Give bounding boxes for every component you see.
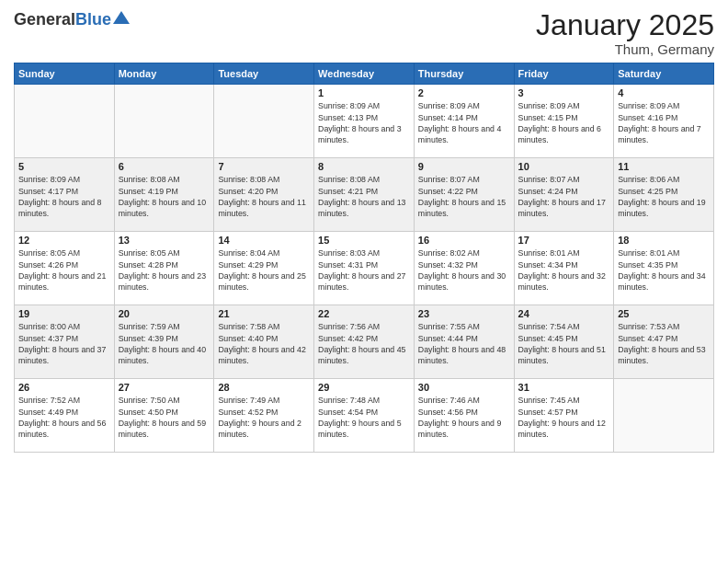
- table-row: 21Sunrise: 7:58 AM Sunset: 4:40 PM Dayli…: [214, 305, 314, 379]
- day-number: 1: [318, 87, 410, 98]
- table-row: 22Sunrise: 7:56 AM Sunset: 4:42 PM Dayli…: [314, 305, 415, 379]
- page: GeneralBlue January 2025 Thum, Germany S…: [0, 0, 728, 563]
- col-saturday: Saturday: [614, 63, 714, 85]
- calendar-table: Sunday Monday Tuesday Wednesday Thursday…: [14, 63, 714, 453]
- day-number: 25: [618, 308, 710, 319]
- day-number: 21: [218, 308, 310, 319]
- table-row: 18Sunrise: 8:01 AM Sunset: 4:35 PM Dayli…: [614, 232, 714, 305]
- day-info: Sunrise: 8:04 AM Sunset: 4:29 PM Dayligh…: [218, 247, 310, 293]
- table-row: 25Sunrise: 7:53 AM Sunset: 4:47 PM Dayli…: [614, 305, 714, 379]
- calendar-header-row: Sunday Monday Tuesday Wednesday Thursday…: [15, 63, 714, 85]
- table-row: 15Sunrise: 8:03 AM Sunset: 4:31 PM Dayli…: [314, 232, 415, 305]
- table-row: 20Sunrise: 7:59 AM Sunset: 4:39 PM Dayli…: [114, 305, 214, 379]
- col-tuesday: Tuesday: [214, 63, 314, 85]
- day-number: 10: [518, 161, 610, 172]
- table-row: 6Sunrise: 8:08 AM Sunset: 4:19 PM Daylig…: [114, 158, 214, 232]
- calendar-row-3: 12Sunrise: 8:05 AM Sunset: 4:26 PM Dayli…: [15, 232, 714, 305]
- logo-icon: [113, 9, 130, 26]
- day-number: 19: [18, 308, 110, 319]
- day-info: Sunrise: 8:03 AM Sunset: 4:31 PM Dayligh…: [318, 247, 410, 293]
- table-row: 19Sunrise: 8:00 AM Sunset: 4:37 PM Dayli…: [15, 305, 115, 379]
- table-row: 13Sunrise: 8:05 AM Sunset: 4:28 PM Dayli…: [114, 232, 214, 305]
- day-info: Sunrise: 8:01 AM Sunset: 4:35 PM Dayligh…: [618, 247, 710, 293]
- table-row: 23Sunrise: 7:55 AM Sunset: 4:44 PM Dayli…: [414, 305, 514, 379]
- header: GeneralBlue January 2025 Thum, Germany: [14, 9, 714, 57]
- day-info: Sunrise: 8:01 AM Sunset: 4:34 PM Dayligh…: [518, 247, 610, 293]
- day-number: 6: [119, 161, 210, 172]
- day-number: 22: [318, 308, 410, 319]
- day-number: 27: [119, 382, 210, 393]
- logo: GeneralBlue: [14, 9, 130, 30]
- day-number: 4: [618, 87, 710, 98]
- table-row: 16Sunrise: 8:02 AM Sunset: 4:32 PM Dayli…: [414, 232, 514, 305]
- day-info: Sunrise: 8:02 AM Sunset: 4:32 PM Dayligh…: [418, 247, 510, 293]
- table-row: 12Sunrise: 8:05 AM Sunset: 4:26 PM Dayli…: [15, 232, 115, 305]
- logo-general-text: General: [14, 10, 75, 29]
- day-number: 2: [418, 87, 510, 98]
- day-info: Sunrise: 7:48 AM Sunset: 4:54 PM Dayligh…: [318, 395, 410, 440]
- day-number: 14: [218, 235, 310, 246]
- calendar-row-2: 5Sunrise: 8:09 AM Sunset: 4:17 PM Daylig…: [15, 158, 714, 232]
- calendar-subtitle: Thum, Germany: [536, 41, 714, 57]
- day-number: 8: [318, 161, 410, 172]
- day-info: Sunrise: 7:52 AM Sunset: 4:49 PM Dayligh…: [18, 395, 110, 440]
- table-row: [15, 85, 115, 158]
- day-info: Sunrise: 8:05 AM Sunset: 4:26 PM Dayligh…: [18, 247, 110, 293]
- day-number: 12: [18, 235, 110, 246]
- day-number: 13: [119, 235, 210, 246]
- day-info: Sunrise: 8:07 AM Sunset: 4:22 PM Dayligh…: [418, 174, 510, 219]
- day-info: Sunrise: 8:00 AM Sunset: 4:37 PM Dayligh…: [18, 321, 110, 366]
- day-number: 11: [618, 161, 710, 172]
- day-number: 9: [418, 161, 510, 172]
- day-info: Sunrise: 7:53 AM Sunset: 4:47 PM Dayligh…: [618, 321, 710, 366]
- day-info: Sunrise: 8:08 AM Sunset: 4:20 PM Dayligh…: [218, 174, 310, 219]
- table-row: 3Sunrise: 8:09 AM Sunset: 4:15 PM Daylig…: [514, 85, 614, 158]
- table-row: 10Sunrise: 8:07 AM Sunset: 4:24 PM Dayli…: [514, 158, 614, 232]
- day-info: Sunrise: 8:05 AM Sunset: 4:28 PM Dayligh…: [119, 247, 210, 293]
- day-info: Sunrise: 8:08 AM Sunset: 4:21 PM Dayligh…: [318, 174, 410, 219]
- svg-marker-0: [113, 11, 130, 24]
- table-row: 5Sunrise: 8:09 AM Sunset: 4:17 PM Daylig…: [15, 158, 115, 232]
- day-info: Sunrise: 7:56 AM Sunset: 4:42 PM Dayligh…: [318, 321, 410, 366]
- logo-text: GeneralBlue: [14, 9, 130, 30]
- day-info: Sunrise: 7:46 AM Sunset: 4:56 PM Dayligh…: [418, 395, 510, 440]
- day-number: 24: [518, 308, 610, 319]
- day-number: 28: [218, 382, 310, 393]
- calendar-row-1: 1Sunrise: 8:09 AM Sunset: 4:13 PM Daylig…: [15, 85, 714, 158]
- logo-blue-text: Blue: [75, 10, 111, 29]
- table-row: 11Sunrise: 8:06 AM Sunset: 4:25 PM Dayli…: [614, 158, 714, 232]
- day-number: 7: [218, 161, 310, 172]
- table-row: [114, 85, 214, 158]
- day-info: Sunrise: 7:50 AM Sunset: 4:50 PM Dayligh…: [119, 395, 210, 440]
- table-row: 8Sunrise: 8:08 AM Sunset: 4:21 PM Daylig…: [314, 158, 415, 232]
- table-row: 14Sunrise: 8:04 AM Sunset: 4:29 PM Dayli…: [214, 232, 314, 305]
- day-info: Sunrise: 8:09 AM Sunset: 4:14 PM Dayligh…: [418, 100, 510, 145]
- table-row: 27Sunrise: 7:50 AM Sunset: 4:50 PM Dayli…: [114, 379, 214, 453]
- table-row: [614, 379, 714, 453]
- table-row: 7Sunrise: 8:08 AM Sunset: 4:20 PM Daylig…: [214, 158, 314, 232]
- table-row: 2Sunrise: 8:09 AM Sunset: 4:14 PM Daylig…: [414, 85, 514, 158]
- col-monday: Monday: [114, 63, 214, 85]
- day-number: 5: [18, 161, 110, 172]
- day-number: 23: [418, 308, 510, 319]
- day-number: 31: [518, 382, 610, 393]
- day-info: Sunrise: 8:09 AM Sunset: 4:13 PM Dayligh…: [318, 100, 410, 145]
- calendar-row-5: 26Sunrise: 7:52 AM Sunset: 4:49 PM Dayli…: [15, 379, 714, 453]
- day-info: Sunrise: 7:58 AM Sunset: 4:40 PM Dayligh…: [218, 321, 310, 366]
- col-friday: Friday: [514, 63, 614, 85]
- day-info: Sunrise: 8:07 AM Sunset: 4:24 PM Dayligh…: [518, 174, 610, 219]
- day-info: Sunrise: 7:55 AM Sunset: 4:44 PM Dayligh…: [418, 321, 510, 366]
- day-info: Sunrise: 8:09 AM Sunset: 4:15 PM Dayligh…: [518, 100, 610, 145]
- day-number: 29: [318, 382, 410, 393]
- day-info: Sunrise: 8:09 AM Sunset: 4:17 PM Dayligh…: [18, 174, 110, 219]
- calendar-title: January 2025: [536, 9, 714, 41]
- day-number: 26: [18, 382, 110, 393]
- day-number: 18: [618, 235, 710, 246]
- table-row: 31Sunrise: 7:45 AM Sunset: 4:57 PM Dayli…: [514, 379, 614, 453]
- day-info: Sunrise: 7:54 AM Sunset: 4:45 PM Dayligh…: [518, 321, 610, 366]
- day-info: Sunrise: 8:08 AM Sunset: 4:19 PM Dayligh…: [119, 174, 210, 219]
- table-row: 30Sunrise: 7:46 AM Sunset: 4:56 PM Dayli…: [414, 379, 514, 453]
- day-info: Sunrise: 7:49 AM Sunset: 4:52 PM Dayligh…: [218, 395, 310, 440]
- table-row: 26Sunrise: 7:52 AM Sunset: 4:49 PM Dayli…: [15, 379, 115, 453]
- table-row: [214, 85, 314, 158]
